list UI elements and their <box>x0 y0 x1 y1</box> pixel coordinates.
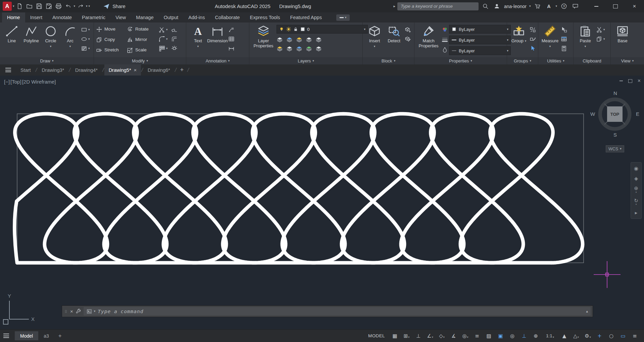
group-edit-button[interactable] <box>530 36 536 42</box>
table-button[interactable] <box>228 36 235 42</box>
linetype-dropdown[interactable]: ByLayer▾ <box>449 46 511 55</box>
undo-button[interactable] <box>64 2 73 11</box>
block-editor-button[interactable] <box>405 36 411 42</box>
object-snap-3d-toggle[interactable]: ◎ <box>506 331 518 340</box>
showmotion-button[interactable]: ▸ <box>635 210 638 216</box>
layout-tab-a3[interactable]: a3 <box>38 331 54 340</box>
annotation-scale-button[interactable]: 1:1▾ <box>542 331 558 340</box>
command-grip-icon[interactable] <box>64 308 68 315</box>
layer-tool-icon[interactable] <box>306 37 312 43</box>
ribbon-display-toggle[interactable]: ▾ <box>336 14 350 21</box>
drawing-viewport[interactable]: Y X <box>0 76 644 329</box>
new-drawing-button[interactable] <box>15 2 24 11</box>
ribbon-tab-insert[interactable]: Insert <box>25 12 47 22</box>
dimension-linear-button[interactable] <box>228 45 235 52</box>
offset-button[interactable] <box>171 36 178 42</box>
new-drawing-tab-button[interactable]: + <box>177 64 187 76</box>
recent-commands-chevron-icon[interactable]: ▾ <box>94 310 96 313</box>
ribbon-tab-output[interactable]: Output <box>159 12 184 22</box>
viewcube-west[interactable]: W <box>590 111 595 117</box>
group-select-button[interactable] <box>530 45 536 52</box>
transparency-display-toggle[interactable]: ▨ <box>483 331 495 340</box>
object-snap-toggle[interactable]: ◎▾ <box>459 331 471 340</box>
file-tab-drawing5[interactable]: Drawing5*× <box>104 64 141 76</box>
isometric-drafting-toggle[interactable]: ◇▾ <box>436 331 448 340</box>
quick-calculator-button[interactable] <box>561 36 567 42</box>
lineweight-display-toggle[interactable]: ≡ <box>471 331 483 340</box>
layer-tool-icon[interactable] <box>277 46 283 52</box>
modify-scale-button[interactable]: Scale <box>127 45 158 55</box>
new-layout-button[interactable]: + <box>54 333 66 339</box>
open-button[interactable] <box>25 2 34 11</box>
undo-chevron-icon[interactable]: ▾ <box>74 5 76 8</box>
ribbon-tab-parametric[interactable]: Parametric <box>77 12 110 22</box>
autodesk-chevron-icon[interactable]: ▾ <box>555 5 557 8</box>
panel-label-view[interactable]: View▾ <box>611 57 644 64</box>
utilities-measure-button[interactable]: Measure▾ <box>540 24 560 57</box>
layer-tool-icon[interactable] <box>296 37 302 43</box>
layer-tool-icon[interactable] <box>277 37 283 43</box>
block-insert-button[interactable]: Insert▾ <box>365 24 384 57</box>
isolate-objects-toggle[interactable]: ○ <box>605 331 617 340</box>
transparency-button[interactable] <box>442 47 448 53</box>
explode-button[interactable] <box>171 45 178 52</box>
save-button[interactable] <box>35 2 44 11</box>
command-input[interactable] <box>97 308 584 314</box>
file-tab-menu-button[interactable] <box>0 64 16 76</box>
panel-label-layers[interactable]: Layers▾ <box>249 57 362 64</box>
ortho-mode-toggle[interactable]: ⊥ <box>412 331 424 340</box>
layer-tool-icon[interactable] <box>286 46 293 52</box>
layer-tool-icon[interactable] <box>286 37 293 43</box>
dynamic-input-toggle[interactable]: ⊕ <box>530 331 542 340</box>
properties-match-properties-button[interactable]: Match Properties <box>416 24 441 57</box>
file-tab-drawing4[interactable]: Drawing4* <box>71 64 102 76</box>
recent-commands-icon[interactable] <box>86 308 92 314</box>
navigation-bar[interactable]: ◉◈⊕▾↻▾▸ <box>631 162 642 219</box>
viewcube[interactable]: N W E S TOP <box>590 89 640 139</box>
doc-minimize-icon[interactable] <box>620 81 623 81</box>
dynamic-ucs-toggle[interactable]: ⊥ <box>518 331 530 340</box>
layer-tool-icon[interactable] <box>296 46 302 52</box>
autodesk-access-button[interactable]: A <box>544 2 553 11</box>
object-color-dropdown[interactable]: ByLayer▾ <box>449 25 511 34</box>
viewport-view-control[interactable]: [Top] <box>10 79 21 85</box>
grid-display-toggle[interactable]: ▦ <box>389 331 401 340</box>
plot-button[interactable] <box>54 2 63 11</box>
panel-label-draw[interactable]: Draw▾ <box>0 57 94 64</box>
command-line-bar[interactable]: × ▾ ▴ <box>62 305 593 317</box>
rectangle-button[interactable] <box>81 27 87 33</box>
ribbon-tab-manage[interactable]: Manage <box>131 12 158 22</box>
wcs-dropdown[interactable]: WCS ▾ <box>606 145 624 152</box>
account-chevron-icon[interactable]: ▾ <box>529 5 531 8</box>
panel-label-annotation[interactable]: Annotation▾ <box>186 57 249 64</box>
model-space-canvas[interactable]: Y X [−] [Top] [2D Wireframe] × <box>0 76 644 329</box>
panel-label-clipboard[interactable]: Clipboard <box>574 57 610 64</box>
draw-arc-button[interactable]: Arc▾ <box>60 24 80 57</box>
layout-tab-model[interactable]: Model <box>15 331 38 340</box>
modify-copy-button[interactable]: Copy <box>96 34 127 45</box>
object-color-button[interactable] <box>442 27 448 33</box>
viewcube-north[interactable]: N <box>613 90 617 96</box>
draw-circle-button[interactable]: Circle▾ <box>41 24 60 57</box>
graphics-performance-toggle[interactable]: ▭ <box>617 331 629 340</box>
panel-label-groups[interactable]: Groups▾ <box>507 57 538 64</box>
pan-button[interactable]: ◈ <box>634 176 638 182</box>
panel-label-modify[interactable]: Modify▾ <box>94 57 186 64</box>
ribbon-tab-collaborate[interactable]: Collaborate <box>210 12 245 22</box>
close-button[interactable]: × <box>625 0 644 12</box>
status-menu-button[interactable] <box>3 334 15 338</box>
model-paper-toggle[interactable]: MODEL <box>368 333 385 338</box>
id-point-button[interactable] <box>561 45 567 52</box>
command-input-field[interactable]: ▾ ▴ <box>84 307 591 315</box>
ribbon-tab-home[interactable]: Home <box>2 12 25 22</box>
panel-label-block[interactable]: Block▾ <box>363 57 414 64</box>
ellipse-button[interactable] <box>81 36 87 42</box>
layers-layer-properties-button[interactable]: Layer Properties <box>251 24 276 57</box>
qat-customize-chevron-icon[interactable]: ▾ <box>89 5 90 8</box>
snap-mode-toggle[interactable]: ⊞▾ <box>401 331 412 340</box>
viewcube-top-face[interactable]: TOP <box>607 106 623 122</box>
ribbon-tab-view[interactable]: View <box>110 12 131 22</box>
fillet-button[interactable] <box>159 36 165 42</box>
file-tab-drawing3[interactable]: Drawing3* <box>37 64 68 76</box>
layer-dropdown[interactable]: 0 ▾ <box>277 25 368 34</box>
